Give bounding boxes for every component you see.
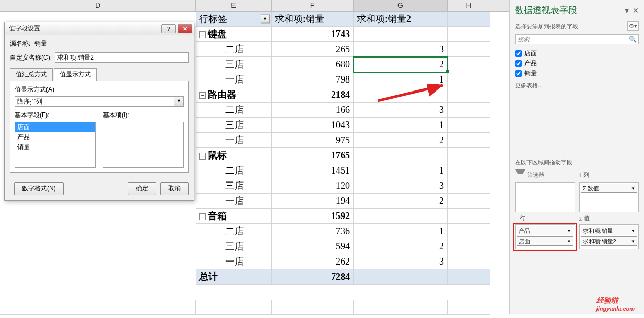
fields-subtitle: 选择要添加到报表的字段: xyxy=(515,22,580,30)
collapse-icon[interactable]: − xyxy=(199,153,206,160)
cell-value[interactable]: 1 xyxy=(354,224,448,239)
columns-drop-area[interactable]: Σ 数值▼ xyxy=(579,182,639,212)
close-button[interactable]: ✕ xyxy=(178,24,192,33)
cell-value[interactable]: 2 xyxy=(354,239,448,254)
chevron-down-icon[interactable]: ▼ xyxy=(567,239,571,244)
row-label: 一店 xyxy=(196,72,272,87)
row-label: 三店 xyxy=(196,57,272,72)
tab-show-values-as[interactable]: 值显示方式 xyxy=(54,68,97,81)
cell-value: 265 xyxy=(272,42,354,57)
values-drop-area[interactable]: 求和项:销量▼ 求和项:销量2▼ xyxy=(579,224,639,249)
pill-sigma-values[interactable]: Σ 数值▼ xyxy=(581,184,638,193)
list-item[interactable]: 店面 xyxy=(15,122,95,132)
filters-label: 筛选器 xyxy=(515,169,575,180)
search-icon[interactable]: 🔍 xyxy=(629,36,637,43)
list-item[interactable]: 销量 xyxy=(15,142,95,152)
combo-arrow-icon[interactable]: ▼ xyxy=(174,97,183,106)
cell-value[interactable]: 2 xyxy=(354,57,448,72)
rows-drop-area[interactable]: 产品▼ 店面▼ xyxy=(515,224,575,249)
cell-value[interactable]: 3 xyxy=(354,178,448,194)
fields-list: 店面 产品 销量 xyxy=(515,49,639,78)
dialog-titlebar[interactable]: 值字段设置 ? ✕ xyxy=(5,22,194,35)
cell-value[interactable]: 3 xyxy=(354,42,448,57)
field-checkbox[interactable] xyxy=(515,50,522,57)
row-label: 一店 xyxy=(196,133,272,148)
base-item-listbox[interactable] xyxy=(103,122,184,168)
cancel-button[interactable]: 取消 xyxy=(160,182,189,195)
ok-button[interactable]: 确定 xyxy=(128,182,156,195)
value-field-settings-dialog: 值字段设置 ? ✕ 源名称: 销量 自定义名称(C): 值汇总方式 值显示方式 … xyxy=(4,22,194,201)
pivot-header-rowlabels[interactable]: 行标签 ▼ xyxy=(196,12,272,27)
show-values-as-combo[interactable]: 降序排列 ▼ xyxy=(15,96,184,107)
more-tables-link[interactable]: 更多表格... xyxy=(515,82,639,89)
collapse-icon[interactable]: − xyxy=(199,31,206,38)
rowlabels-dropdown-icon[interactable]: ▼ xyxy=(261,15,270,24)
chevron-down-icon[interactable]: ▼ xyxy=(631,239,635,244)
grand-total-label: 总计 xyxy=(196,269,272,285)
cell-value: 1043 xyxy=(272,118,354,133)
row-label: 三店 xyxy=(196,118,272,133)
row-label: 二店 xyxy=(196,103,272,118)
filters-drop-area[interactable] xyxy=(515,182,575,212)
rows-label: 行 xyxy=(515,214,575,222)
cell-value[interactable]: 1 xyxy=(354,118,448,133)
col-header-e[interactable]: E xyxy=(196,0,272,11)
filter-icon xyxy=(515,169,525,180)
collapse-icon[interactable]: − xyxy=(199,92,206,99)
group-sum: 1743 xyxy=(272,27,354,42)
number-format-button[interactable]: 数字格式(N) xyxy=(14,182,64,195)
values-label: 值 xyxy=(579,214,639,222)
group-header[interactable]: −鼠标 xyxy=(196,148,272,163)
tab-summarize[interactable]: 值汇总方式 xyxy=(10,68,53,81)
watermark: 经验啦 jingyanla.com xyxy=(596,296,635,312)
pill-sum2[interactable]: 求和项:销量2▼ xyxy=(581,236,638,246)
cell-value[interactable]: 1 xyxy=(354,163,448,178)
cell xyxy=(354,269,448,285)
group-header[interactable]: −键盘 xyxy=(196,27,272,42)
group-sum: 1765 xyxy=(272,148,354,163)
field-checkbox[interactable] xyxy=(515,60,522,67)
cell-value[interactable]: 1 xyxy=(354,72,448,87)
col-header-f[interactable]: F xyxy=(272,0,354,11)
field-item[interactable]: 产品 xyxy=(515,59,639,69)
base-item-label: 基本项(I): xyxy=(103,111,184,120)
base-field-listbox[interactable]: 店面 产品 销量 xyxy=(15,122,96,168)
cell-value[interactable]: 2 xyxy=(354,194,448,209)
source-name-label: 源名称: xyxy=(10,40,30,47)
row-label: 三店 xyxy=(196,239,272,254)
cell xyxy=(354,27,448,42)
cell-value[interactable]: 3 xyxy=(354,254,448,269)
cell-value[interactable]: 2 xyxy=(354,133,448,148)
col-header-h[interactable]: H xyxy=(448,0,490,11)
columns-label: 列 xyxy=(579,169,639,180)
group-sum: 1592 xyxy=(272,209,354,224)
field-checkbox[interactable] xyxy=(515,70,522,77)
fields-pane-title: 数据透视表字段 xyxy=(515,4,577,16)
field-item[interactable]: 销量 xyxy=(515,69,639,78)
field-item[interactable]: 店面 xyxy=(515,49,639,59)
chevron-down-icon[interactable]: ▼ xyxy=(631,229,635,233)
cell-value: 262 xyxy=(272,254,354,269)
pill-store[interactable]: 店面▼ xyxy=(517,236,573,246)
col-header-g[interactable]: G xyxy=(354,0,448,11)
cell-value: 120 xyxy=(272,178,354,194)
list-item[interactable]: 产品 xyxy=(15,132,95,142)
chevron-down-icon[interactable]: ▼ xyxy=(567,229,571,233)
chevron-down-icon[interactable]: ▼ xyxy=(631,186,635,191)
pill-product[interactable]: 产品▼ xyxy=(517,226,573,235)
custom-name-input[interactable] xyxy=(55,52,189,63)
collapse-icon[interactable]: − xyxy=(199,213,206,220)
source-name-value: 销量 xyxy=(34,40,47,47)
cell-value[interactable]: 3 xyxy=(354,103,448,118)
pill-sum1[interactable]: 求和项:销量▼ xyxy=(581,226,638,235)
drag-areas-label: 在以下区域间拖动字段: xyxy=(515,158,639,166)
cell xyxy=(354,209,448,224)
pane-close-icon[interactable]: ▼ ✕ xyxy=(623,6,639,15)
help-button[interactable]: ? xyxy=(161,24,176,33)
gear-icon[interactable]: ⚙▾ xyxy=(627,21,639,31)
fields-search-input[interactable] xyxy=(515,34,639,44)
group-header[interactable]: −音箱 xyxy=(196,209,272,224)
cell-value: 736 xyxy=(272,224,354,239)
col-header-d[interactable]: D xyxy=(0,0,196,11)
group-header[interactable]: −路由器 xyxy=(196,87,272,103)
